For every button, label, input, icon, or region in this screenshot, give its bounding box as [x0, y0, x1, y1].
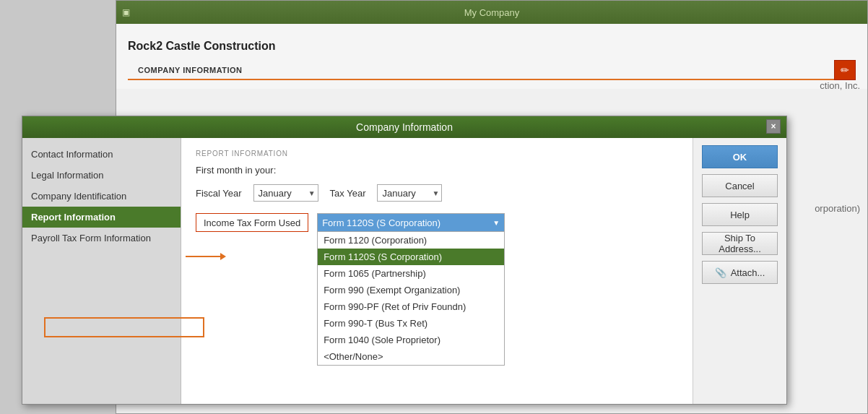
dropdown-option-0[interactable]: Form 1120 (Corporation) [318, 232, 504, 249]
dropdown-arrow-icon: ▼ [492, 219, 500, 227]
sidebar-item-legal-information[interactable]: Legal Information [22, 165, 181, 186]
orange-arrow [186, 256, 222, 257]
edit-button[interactable]: ✏ [834, 60, 856, 80]
tab-company-information[interactable]: COMPANY INFORMATION [128, 61, 253, 79]
income-tax-form-dropdown[interactable]: Form 1120S (S Corporation) ▼ Form 1120 (… [317, 213, 505, 232]
ship-to-address-button[interactable]: Ship To Address... [702, 232, 778, 255]
edit-icon: ✏ [841, 64, 849, 76]
dialog-title: Company Information [356, 121, 453, 133]
dialog-right-panel: OK Cancel Help Ship To Address... 📎 Atta… [693, 138, 786, 404]
sidebar: Contact Information Legal Information Co… [22, 138, 181, 404]
sidebar-item-payroll-tax-form-information[interactable]: Payroll Tax Form Information [22, 228, 181, 249]
dropdown-header[interactable]: Form 1120S (S Corporation) ▼ [317, 213, 505, 232]
dialog-main: REPORT INFORMATION First month in your: … [181, 138, 693, 404]
company-name: Rock2 Castle Construction [128, 33, 856, 59]
dropdown-option-3[interactable]: Form 990 (Exempt Organization) [318, 282, 504, 298]
bg-text-right: ction, Inc. [820, 80, 860, 91]
attach-button[interactable]: 📎 Attach... [702, 261, 778, 284]
window-icon: ▣ [122, 7, 130, 17]
fiscal-tax-row: Fiscal Year January ▼ Tax Year January ▼ [196, 184, 678, 202]
company-information-dialog: Company Information × Contact Informatio… [22, 116, 787, 405]
dropdown-option-5[interactable]: Form 990-T (Bus Tx Ret) [318, 315, 504, 332]
attach-label: Attach... [731, 267, 765, 278]
dialog-titlebar: Company Information × [22, 116, 786, 138]
tax-year-select[interactable]: January [377, 184, 442, 202]
ok-button[interactable]: OK [702, 145, 778, 168]
paperclip-icon: 📎 [715, 267, 726, 278]
sidebar-item-report-information[interactable]: Report Information [22, 207, 181, 228]
dropdown-option-6[interactable]: Form 1040 (Sole Proprietor) [318, 332, 504, 348]
app-title: My Company [464, 7, 520, 18]
tab-bar: COMPANY INFORMATION ✏ [128, 61, 856, 80]
dropdown-option-1[interactable]: Form 1120S (S Corporation) [318, 249, 504, 265]
dialog-body: Contact Information Legal Information Co… [22, 138, 786, 404]
cancel-button[interactable]: Cancel [702, 174, 778, 197]
tax-year-label: Tax Year [330, 188, 366, 199]
dropdown-option-4[interactable]: Form 990-PF (Ret of Priv Foundn) [318, 298, 504, 315]
app-content: Rock2 Castle Construction COMPANY INFORM… [116, 24, 867, 89]
bg-text-right2: orporation) [815, 203, 860, 214]
section-label: REPORT INFORMATION [196, 150, 678, 158]
sidebar-item-contact-information[interactable]: Contact Information [22, 144, 181, 165]
income-tax-form-label: Income Tax Form Used [196, 213, 308, 232]
income-tax-row: Income Tax Form Used Form 1120S (S Corpo… [196, 213, 678, 232]
fiscal-year-label: Fiscal Year [196, 188, 242, 199]
dropdown-option-2[interactable]: Form 1065 (Partnership) [318, 265, 504, 282]
dialog-close-button[interactable]: × [766, 119, 781, 134]
dropdown-list: Form 1120 (Corporation) Form 1120S (S Co… [317, 232, 505, 366]
fiscal-year-select-wrapper: January ▼ [253, 184, 318, 202]
app-titlebar: ▣ My Company [116, 1, 867, 24]
help-button[interactable]: Help [702, 203, 778, 226]
fiscal-year-select[interactable]: January [253, 184, 318, 202]
dropdown-option-7[interactable]: <Other/None> [318, 348, 504, 365]
sidebar-item-company-identification[interactable]: Company Identification [22, 186, 181, 207]
first-month-label: First month in your: [196, 165, 678, 176]
dropdown-selected-value: Form 1120S (S Corporation) [322, 217, 440, 228]
tax-year-select-wrapper: January ▼ [377, 184, 442, 202]
